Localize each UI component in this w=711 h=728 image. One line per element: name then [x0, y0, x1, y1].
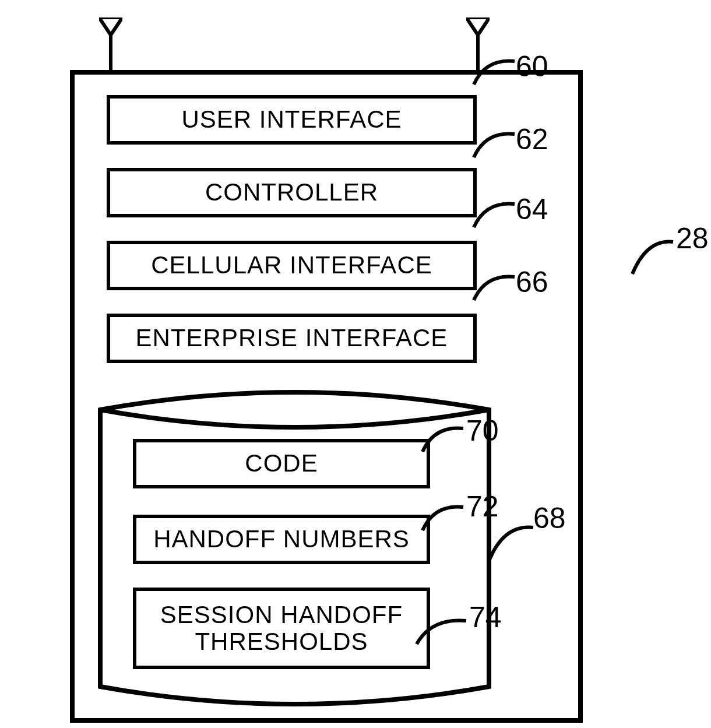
controller-label: CONTROLLER	[205, 179, 378, 206]
user-interface-block: USER INTERFACE	[107, 95, 477, 145]
svg-marker-0	[99, 17, 122, 35]
handoff-numbers-label: HANDOFF NUMBERS	[153, 526, 410, 553]
ref-66: 66	[516, 265, 548, 299]
ref-68: 68	[533, 501, 566, 535]
leadline-68	[487, 522, 536, 562]
leadline-60	[471, 55, 518, 87]
leadline-64	[471, 198, 518, 230]
ref-62: 62	[516, 122, 548, 156]
controller-block: CONTROLLER	[107, 168, 477, 217]
enterprise-interface-label: ENTERPRISE INTERFACE	[136, 325, 448, 351]
handoff-numbers-block: HANDOFF NUMBERS	[133, 515, 430, 564]
cellular-interface-block: CELLULAR INTERFACE	[107, 241, 477, 290]
ref-74: 74	[469, 600, 502, 634]
code-block: CODE	[133, 439, 430, 488]
leadline-66	[471, 271, 518, 303]
cellular-interface-label: CELLULAR INTERFACE	[151, 252, 432, 279]
svg-marker-2	[466, 17, 490, 35]
enterprise-interface-block: ENTERPRISE INTERFACE	[107, 314, 477, 363]
ref-70: 70	[466, 414, 499, 448]
leadline-28	[629, 236, 676, 277]
device-box: USER INTERFACE CONTROLLER CELLULAR INTER…	[70, 70, 583, 723]
leadline-74	[414, 615, 469, 647]
leadline-72	[420, 501, 466, 533]
session-handoff-block: SESSION HANDOFF THRESHOLDS	[133, 588, 430, 669]
code-label: CODE	[245, 450, 318, 477]
session-handoff-label: SESSION HANDOFF THRESHOLDS	[141, 602, 422, 655]
antenna-left-icon	[99, 17, 122, 70]
leadline-70	[420, 423, 466, 455]
ref-72: 72	[466, 490, 499, 523]
ref-28: 28	[676, 221, 709, 255]
leadline-62	[471, 128, 518, 160]
user-interface-label: USER INTERFACE	[181, 106, 402, 133]
ref-60: 60	[516, 50, 548, 83]
ref-64: 64	[516, 192, 548, 226]
